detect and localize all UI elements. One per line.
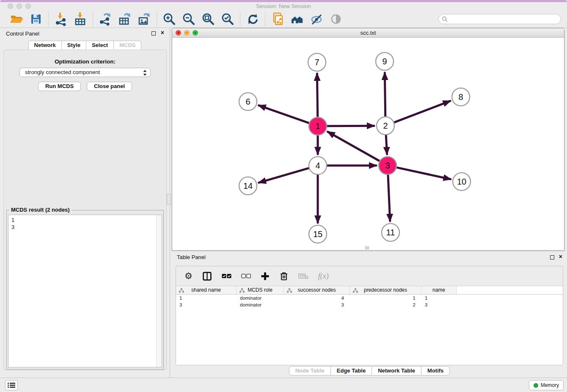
edge-2-8[interactable] [394,101,450,123]
column-header-mcds-role[interactable]: MCDS role [237,286,284,294]
column-header-predecessor-nodes[interactable]: predecessor nodes [350,286,421,294]
table-panel-title: Table Panel [177,254,206,260]
table-row[interactable]: 3dominator323 [176,301,563,308]
network-canvas[interactable]: 1234678910111415 [172,38,564,250]
cell-name: 3 [421,301,457,308]
table-panel: Table Panel × ⚙ f(x) shared nameMCDS rol… [172,252,567,378]
table-container: ⚙ f(x) shared nameMCDS rolesuccessor nod… [176,266,563,365]
node-10[interactable]: 10 [453,173,471,190]
cell-predecessor-nodes: 1 [350,295,421,301]
zoom-selected-icon[interactable] [220,12,235,26]
memory-button[interactable]: Memory [529,380,564,390]
node-15[interactable]: 15 [309,225,327,243]
control-tabs: NetworkStyleSelectMCDS [0,41,170,50]
mcds-result-group: MCDS result (2 nodes) 13 [6,210,164,370]
export-image-icon[interactable] [137,12,151,26]
zoom-in-icon[interactable] [162,12,176,26]
cell-shared-name: 3 [176,301,237,308]
column-settings-icon[interactable]: ⚙ [184,272,193,280]
select-arrows-icon [143,69,147,76]
svg-text:8: 8 [458,92,463,102]
open-session-icon[interactable] [9,12,24,26]
panel-divider-grip[interactable] [167,194,171,205]
tab-mcds[interactable]: MCDS [113,41,141,50]
node-2[interactable]: 2 [377,117,394,135]
edge-2-9[interactable] [385,73,385,116]
node-11[interactable]: 11 [382,224,399,241]
table-header-row: shared nameMCDS rolesuccessor nodesprede… [176,286,563,295]
cell-predecessor-nodes: 2 [350,301,421,308]
show-graphics-details-icon[interactable] [329,12,343,26]
tab-motifs[interactable]: Motifs [421,366,450,375]
node-1[interactable]: 1 [309,117,327,135]
network-hscroll-grip[interactable] [365,246,369,249]
mcds-result-list[interactable]: 13 [8,215,162,367]
cell-mcds-role: dominator [237,301,284,308]
table-row[interactable]: 1dominator411 [176,295,563,301]
select-all-icon[interactable] [222,273,231,279]
column-header-successor-nodes[interactable]: successor nodes [284,286,350,294]
table-panel-float-icon[interactable] [550,255,554,259]
save-session-icon[interactable] [29,12,43,26]
edge-4-14[interactable] [259,168,309,182]
edge-1-6[interactable] [259,105,309,123]
node-3[interactable]: 3 [379,157,396,174]
import-network-icon[interactable] [54,12,68,26]
column-header-name[interactable]: name [421,286,457,294]
show-column-icon[interactable] [202,271,212,281]
network-canvas-svg[interactable]: 1234678910111415 [172,38,564,250]
memory-label: Memory [541,382,559,388]
result-scrollbar[interactable] [156,215,162,367]
tab-network-table[interactable]: Network Table [372,366,421,375]
tab-select[interactable]: Select [86,41,113,50]
edge-3-1[interactable] [328,132,380,161]
task-list-icon [8,382,15,388]
node-6[interactable]: 6 [239,93,257,110]
deselect-all-icon[interactable] [241,273,251,279]
edge-1-2[interactable] [327,126,374,126]
node-7[interactable]: 7 [308,53,326,71]
refresh-icon[interactable] [245,12,260,26]
network-window-titlebar[interactable]: × − + scc.txt [172,28,564,38]
edge-3-11[interactable] [388,175,390,221]
control-panel-float-icon[interactable] [151,31,156,36]
node-14[interactable]: 14 [239,177,257,195]
tab-node-table[interactable]: Node Table [289,366,330,375]
tab-network[interactable]: Network [28,41,61,50]
search-field [438,14,561,24]
edge-3-10[interactable] [396,168,450,179]
export-table-icon[interactable] [118,12,132,26]
criterion-select[interactable]: strongly connected component [19,68,151,77]
hide-panels-icon[interactable] [309,12,324,26]
cell-successor-nodes: 3 [284,301,350,308]
zoom-fit-icon[interactable] [201,12,215,26]
node-4[interactable]: 4 [309,157,327,174]
close-panel-button[interactable]: Close panel [87,82,132,91]
delete-row-icon[interactable] [279,271,289,281]
export-network-icon[interactable] [98,12,113,26]
edge-2-3[interactable] [386,135,387,154]
node-8[interactable]: 8 [452,88,470,106]
search-input[interactable] [438,14,561,24]
node-9[interactable]: 9 [376,52,394,70]
svg-text:15: 15 [313,229,322,239]
svg-text:4: 4 [315,161,320,170]
import-table-icon[interactable] [73,12,88,26]
table-panel-close-icon[interactable]: × [559,253,562,260]
task-history-button[interactable] [5,380,18,390]
add-row-icon[interactable] [261,272,270,281]
zoom-out-icon[interactable] [182,12,196,26]
first-neighbors-icon[interactable] [290,12,304,26]
column-label: successor nodes [297,287,336,293]
svg-text:7: 7 [314,58,319,67]
duplicate-network-icon[interactable] [270,12,285,26]
criterion-select-value: strongly connected component [25,69,100,75]
column-label: shared name [191,287,221,293]
edge-1-7[interactable] [317,74,317,117]
tab-edge-table[interactable]: Edge Table [330,366,372,375]
control-panel-close-icon[interactable]: × [161,29,164,36]
column-header-shared-name[interactable]: shared name [176,286,237,294]
run-mcds-button[interactable]: Run MCDS [38,82,81,91]
svg-text:2: 2 [383,121,388,130]
tab-style[interactable]: Style [61,41,86,50]
